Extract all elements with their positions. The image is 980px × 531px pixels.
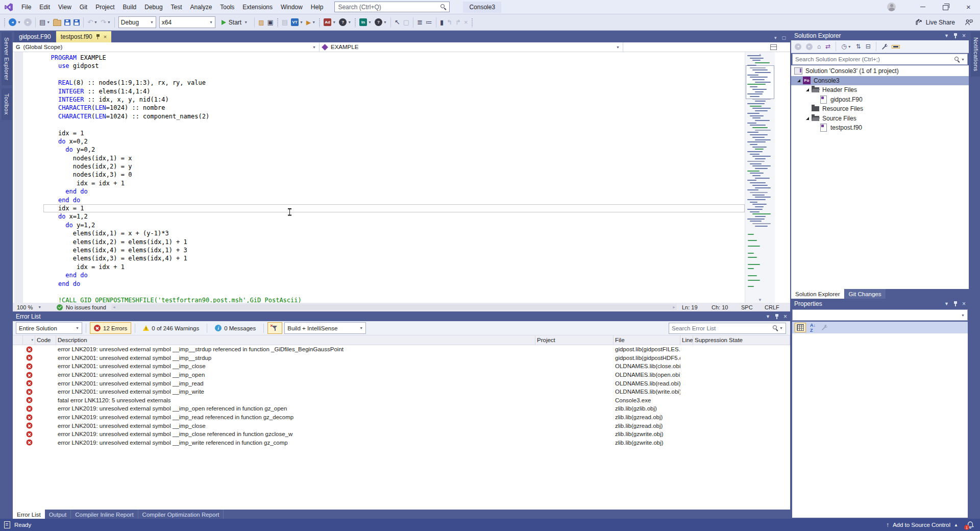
pending-changes-filter-icon[interactable]: ◷▼ [840,42,852,51]
float-window-icon[interactable]: ▢ [781,35,786,40]
apply-code-changes-icon[interactable]: ▨ [257,18,265,27]
categorized-icon[interactable] [795,323,806,332]
error-row[interactable]: error LNK2019: unresolved external symbo… [13,439,790,447]
refresh-icon[interactable]: ⇅ [855,42,862,51]
menu-item-edit[interactable]: Edit [35,1,54,14]
notifications-bell-icon[interactable]: 1 [967,521,974,528]
navigate-forward-icon[interactable]: ▸ [23,17,33,27]
properties-wrench-icon[interactable] [880,43,889,51]
error-list-search-box[interactable]: Search Error List ▼ [669,323,786,334]
user-avatar[interactable] [887,3,896,11]
error-row[interactable]: error LNK2019: unresolved external symbo… [13,413,790,422]
panel-tab-compiler-optimization-report[interactable]: Compiler Optimization Report [138,510,224,519]
breakpoint-gutter[interactable] [14,52,23,303]
column-header-project[interactable]: Project [535,335,614,345]
dock-tab-solution-explorer[interactable]: Solution Explorer [791,289,844,299]
panel-tab-error-list[interactable]: Error List [13,510,45,519]
search-box[interactable]: Search (Ctrl+Q) [334,2,450,12]
scope-dropdown[interactable]: G (Global Scope) ▼ [13,42,320,52]
menu-item-build[interactable]: Build [119,1,141,14]
menu-item-project[interactable]: Project [91,1,118,14]
feedback-icon[interactable] [965,19,973,26]
pin-icon[interactable] [953,301,958,306]
navigate-back-icon[interactable]: ◂▼ [8,17,22,27]
background-tasks-icon[interactable] [4,521,10,528]
panel-tab-compiler-inline-report[interactable]: Compiler Inline Report [71,510,138,519]
open-file-icon[interactable] [52,18,62,27]
add-to-source-control-button[interactable]: Add to Source Control [893,522,950,528]
minimap-scrollbar[interactable]: ▲ ▼ [745,52,775,303]
close-icon[interactable]: × [104,34,107,40]
prev-bookmark-icon[interactable]: ↰ [446,17,453,27]
menu-item-help[interactable]: Help [307,1,328,14]
menu-item-debug[interactable]: Debug [140,1,166,14]
tree-item-console3[interactable]: FoConsole3 [791,76,969,86]
scope-filter-dropdown[interactable]: Entire Solution▼ [16,322,82,334]
pin-icon[interactable] [775,314,779,319]
error-row[interactable]: error LNK2001: unresolved external symbo… [13,379,790,388]
new-project-icon[interactable]: ▤▼ [38,17,51,27]
scroll-down-icon[interactable]: ▼ [745,298,775,302]
column-header-suppression-state[interactable]: Suppression State [693,335,790,345]
help-secondary-icon[interactable]: ?▼ [374,17,388,27]
spaces-indicator[interactable]: SPC [741,304,765,310]
filter-button[interactable]: × [267,322,282,334]
property-pages-icon[interactable] [820,323,829,332]
tree-item-gidpost-f90[interactable]: gidpost.F90 [791,95,969,105]
navigate-cursor-icon[interactable]: ↖ [394,17,401,27]
close-icon[interactable]: × [962,300,966,307]
zoom-level-dropdown[interactable]: 100 % ▼ [13,304,50,310]
error-row[interactable]: error LNK2019: unresolved external symbo… [13,404,790,413]
extension-vt-icon[interactable]: VT▼ [290,17,304,27]
menu-item-extensions[interactable]: Extensions [238,1,277,14]
line-indicator[interactable]: Ln: 19 [682,304,712,310]
solution-configuration-combo[interactable]: Debug▼ [118,16,156,28]
solution-explorer-search-box[interactable]: Search Solution Explorer (Ctrl+;) ▼ [792,54,968,65]
document-outline-icon[interactable]: ▤ [281,17,289,27]
element-picker-icon[interactable]: ▣ [266,17,274,27]
error-row[interactable]: error LNK2019: unresolved external symbo… [13,430,790,439]
menu-item-test[interactable]: Test [167,1,186,14]
properties-object-dropdown[interactable]: ▼ [792,309,968,321]
close-icon[interactable]: × [783,313,787,320]
column-header-file[interactable]: File [614,335,680,345]
live-share-label[interactable]: Live Share [926,19,955,26]
dock-tab-git-changes[interactable]: Git Changes [845,289,886,299]
side-tab-toolbox[interactable]: Toolbox [2,88,12,120]
restore-button[interactable] [934,0,957,14]
sync-with-active-document-icon[interactable]: ⇄ [824,42,831,51]
uncomment-lines-icon[interactable]: ≔ [425,17,433,27]
clear-bookmarks-icon[interactable]: × [463,17,469,27]
horizontal-scrollbar[interactable]: ◄► [111,304,677,310]
chevron-up-icon[interactable]: ▲ [954,523,958,527]
column-indicator[interactable]: Ch: 10 [712,304,741,310]
bookmark-icon[interactable]: ▮ [439,17,445,27]
messages-filter-button[interactable]: i 0 Messages [211,322,260,334]
help-icon[interactable]: ?▼ [338,17,352,27]
alphabetical-sort-icon[interactable]: A↓Z [808,322,817,334]
code-text-area[interactable]: PROGRAM EXAMPLE use gidpost REAL(8) :: n… [23,52,745,303]
error-list-header[interactable]: ▾CodeDescriptionProjectFileLineSuppressi… [13,335,790,345]
menu-item-window[interactable]: Window [277,1,307,14]
nav-back-icon[interactable]: ◂ [794,43,802,51]
chevron-down-icon[interactable]: ▼ [944,33,949,38]
error-row[interactable]: error LNK2001: unresolved external symbo… [13,421,790,430]
active-files-dropdown-icon[interactable]: ▾ [774,35,777,40]
undo-icon[interactable]: ↶▼ [86,17,99,27]
column-header-line[interactable]: Line [680,335,693,345]
column-header-code[interactable]: Code [35,335,56,345]
error-row[interactable]: error LNK2001: unresolved external symbo… [13,362,790,371]
menu-item-analyze[interactable]: Analyze [186,1,216,14]
close-button[interactable]: × [957,0,980,14]
save-all-icon[interactable] [72,18,81,27]
preview-selected-toggle-icon[interactable] [892,45,900,49]
expanded-arrow-icon[interactable] [806,88,809,91]
document-tab-gidpost.F90[interactable]: gidpost.F90 [14,31,56,42]
error-row[interactable]: error LNK2019: unresolved external symbo… [13,345,790,354]
extension-ad-icon[interactable]: Ad▼ [323,17,337,27]
profiler-icon[interactable]: ▶▼ [305,18,316,27]
start-debugging-button[interactable]: Start▼ [219,18,250,27]
error-row[interactable]: error LNK2001: unresolved external symbo… [13,388,790,396]
errors-filter-button[interactable]: 12 Errors [90,322,131,334]
panel-tab-output[interactable]: Output [45,510,71,519]
